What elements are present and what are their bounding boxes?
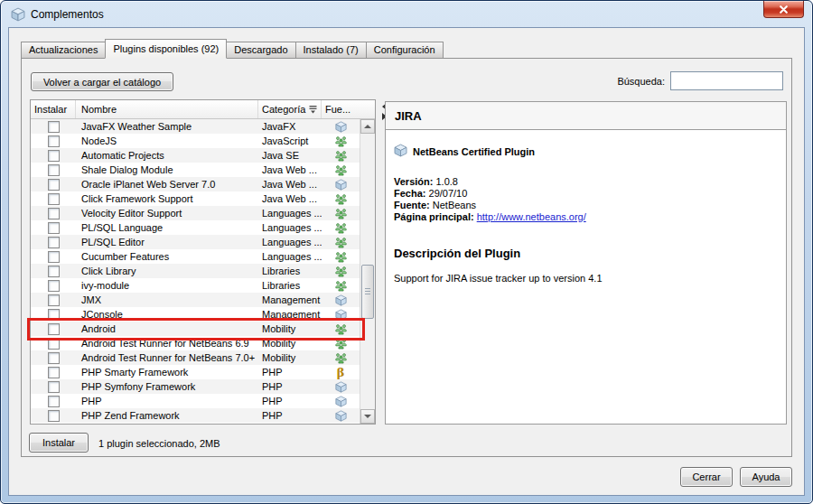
people-icon bbox=[335, 237, 347, 248]
install-button[interactable]: Instalar bbox=[29, 433, 89, 453]
install-checkbox[interactable] bbox=[48, 150, 60, 162]
table-scrollbar[interactable] bbox=[360, 119, 375, 424]
plugin-source-cell bbox=[322, 280, 360, 292]
table-row[interactable]: PHP Symfony FrameworkPHP bbox=[31, 379, 360, 394]
install-checkbox[interactable] bbox=[48, 396, 60, 407]
table-row[interactable]: PHPPHP bbox=[31, 394, 360, 408]
install-checkbox[interactable] bbox=[48, 251, 60, 263]
table-row[interactable]: PL/SQL LanguageLanguages ... bbox=[31, 220, 360, 235]
plugin-category: PHP bbox=[258, 367, 322, 378]
detail-field-label: Versión: bbox=[394, 176, 435, 187]
table-row[interactable]: ivy-moduleLibraries bbox=[31, 278, 360, 293]
install-checkbox[interactable] bbox=[48, 222, 60, 234]
install-cell bbox=[31, 338, 76, 350]
install-cell bbox=[31, 280, 76, 292]
install-checkbox[interactable] bbox=[48, 121, 60, 133]
install-checkbox[interactable] bbox=[48, 237, 60, 248]
close-dialog-button[interactable]: Cerrar bbox=[680, 467, 733, 487]
install-checkbox[interactable] bbox=[48, 280, 60, 292]
plugin-name: Android Test Runner for NetBeans 7.0+ bbox=[76, 352, 258, 363]
table-row[interactable]: Click Framework SupportJava Web ... bbox=[31, 191, 360, 206]
install-checkbox[interactable] bbox=[48, 294, 60, 306]
install-checkbox[interactable] bbox=[48, 381, 60, 393]
table-row[interactable]: Shale Dialog ModuleJava Web ... bbox=[31, 163, 360, 177]
table-row[interactable]: NodeJSJavaScript bbox=[31, 134, 360, 148]
table-row[interactable]: Click LibraryLibraries bbox=[31, 264, 360, 278]
search-input[interactable] bbox=[670, 71, 783, 90]
install-checkbox[interactable] bbox=[48, 135, 60, 147]
tab-4[interactable]: Configuración bbox=[366, 42, 444, 59]
column-header-name[interactable]: Nombre bbox=[76, 100, 258, 118]
install-checkbox[interactable] bbox=[48, 309, 60, 321]
table-row[interactable]: PHP Smarty FrameworkPHPβ bbox=[31, 365, 360, 379]
install-checkbox[interactable] bbox=[48, 164, 60, 176]
plugin-source-cell bbox=[322, 251, 360, 263]
plugin-name: Oracle iPlanet Web Server 7.0 bbox=[76, 179, 258, 190]
table-row[interactable]: PL/SQL EditorLanguages ... bbox=[31, 235, 360, 249]
tab-3[interactable]: Instalado (7) bbox=[295, 42, 367, 59]
table-row[interactable]: JavaFX Weather SampleJavaFX bbox=[31, 119, 360, 134]
install-checkbox[interactable] bbox=[48, 179, 60, 191]
tab-2[interactable]: Descargado bbox=[226, 42, 295, 59]
available-plugins-panel: Volver a cargar el catálogo Búsqueda: In… bbox=[21, 58, 792, 457]
table-row[interactable]: Oracle iPlanet Web Server 7.0Java Web ..… bbox=[31, 177, 360, 191]
plugin-source-cell bbox=[322, 323, 360, 335]
dialog-button-row: Cerrar Ayuda bbox=[680, 467, 792, 487]
scroll-down-button[interactable] bbox=[360, 409, 375, 424]
table-row[interactable]: JMXManagement bbox=[31, 293, 360, 307]
scrollbar-thumb[interactable] bbox=[361, 265, 374, 319]
plugin-source-cell bbox=[322, 121, 360, 133]
table-row[interactable]: Automatic ProjectsJava SE bbox=[31, 148, 360, 163]
table-row[interactable]: PHP Zend FrameworkPHP bbox=[31, 408, 360, 423]
plugin-source-cell bbox=[322, 179, 360, 191]
plugin-name: NodeJS bbox=[76, 135, 258, 146]
title-bar[interactable]: Complementos bbox=[1, 1, 812, 27]
plugin-name: PL/SQL Editor bbox=[76, 237, 258, 247]
install-cell bbox=[31, 266, 76, 277]
scroll-up-button[interactable] bbox=[360, 119, 375, 134]
plugin-category: Languages ... bbox=[258, 222, 322, 233]
tab-0[interactable]: Actualizaciones bbox=[21, 42, 106, 59]
table-row[interactable]: AndroidMobility bbox=[31, 322, 360, 336]
install-cell bbox=[31, 164, 76, 176]
install-cell bbox=[31, 367, 76, 378]
help-button[interactable]: Ayuda bbox=[740, 467, 792, 487]
plugin-category: Management bbox=[258, 294, 322, 305]
install-checkbox[interactable] bbox=[48, 323, 60, 335]
plugin-name: JMX bbox=[76, 294, 258, 305]
detail-field-label: Fecha: bbox=[394, 188, 429, 199]
table-row[interactable]: Velocity Editor SupportLanguages ... bbox=[31, 206, 360, 220]
tab-1[interactable]: Plugins disponibles (92) bbox=[105, 39, 227, 59]
column-header-install[interactable]: Instalar bbox=[31, 100, 76, 118]
table-row[interactable]: Android Test Runner for NetBeans 6.9Mobi… bbox=[31, 336, 360, 350]
close-window-button[interactable] bbox=[763, 1, 804, 18]
plugin-source-cell bbox=[322, 266, 360, 277]
install-checkbox[interactable] bbox=[48, 352, 60, 364]
install-checkbox[interactable] bbox=[48, 367, 60, 378]
people-icon bbox=[335, 193, 347, 205]
install-checkbox[interactable] bbox=[48, 208, 60, 219]
cube-icon bbox=[335, 121, 347, 133]
detail-field-label: Página principal: bbox=[394, 211, 477, 222]
column-header-source[interactable]: Fue... bbox=[322, 100, 360, 118]
install-checkbox[interactable] bbox=[48, 410, 60, 422]
plugin-homepage-link[interactable]: http://www.netbeans.org/ bbox=[477, 211, 586, 222]
install-checkbox[interactable] bbox=[48, 266, 60, 277]
detail-field: Página principal: http://www.netbeans.or… bbox=[394, 211, 777, 223]
install-checkbox[interactable] bbox=[48, 338, 60, 350]
plugin-name: Automatic Projects bbox=[76, 150, 258, 161]
table-row[interactable]: Android Test Runner for NetBeans 7.0+Mob… bbox=[31, 350, 360, 365]
table-row[interactable]: JConsoleManagement bbox=[31, 307, 360, 322]
column-header-category[interactable]: Categoría bbox=[258, 100, 322, 118]
plugin-name: PHP bbox=[76, 396, 258, 406]
install-cell bbox=[31, 193, 76, 205]
cube-icon bbox=[335, 294, 347, 306]
table-row[interactable]: Cucumber FeaturesLanguages ... bbox=[31, 249, 360, 264]
reload-catalog-button[interactable]: Volver a cargar el catálogo bbox=[31, 72, 173, 91]
plugin-source-cell bbox=[322, 193, 360, 205]
plugin-category: PHP bbox=[258, 396, 322, 406]
install-checkbox[interactable] bbox=[48, 193, 60, 205]
plugin-name: JConsole bbox=[76, 309, 258, 320]
plugin-category: Languages ... bbox=[258, 237, 322, 247]
description-title: Descripción del Plugin bbox=[394, 247, 777, 260]
